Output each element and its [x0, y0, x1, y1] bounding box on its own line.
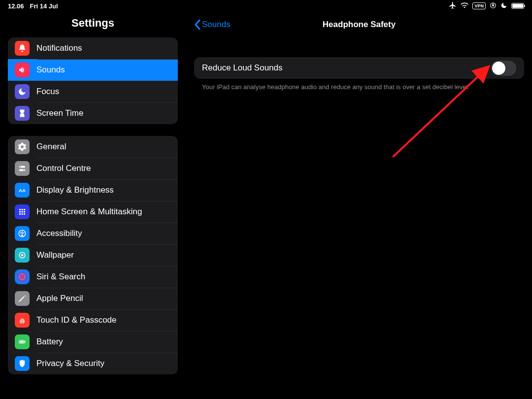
control-icon [15, 161, 30, 176]
sidebar-item-label: Touch ID & Passcode [36, 315, 117, 325]
svg-point-17 [22, 231, 23, 232]
chevron-left-icon [194, 19, 201, 30]
sidebar-group-2: General Control Centre AA Display & Brig… [8, 136, 178, 374]
svg-rect-2 [19, 166, 25, 168]
sidebar-item-touchid[interactable]: Touch ID & Passcode [8, 309, 178, 331]
sidebar-item-siri[interactable]: Siri & Search [8, 266, 178, 288]
svg-rect-13 [19, 213, 21, 215]
sidebar-item-homescreen[interactable]: Home Screen & Multitasking [8, 201, 178, 223]
sidebar-item-label: Sounds [36, 65, 65, 75]
group-footer-text: Your iPad can analyse headphone audio an… [194, 79, 524, 92]
reduce-loud-sounds-toggle[interactable] [491, 61, 516, 76]
sidebar-item-label: Display & Brightness [36, 185, 114, 195]
app-root: 12.06 Fri 14 Jul VPN Settings [0, 0, 532, 399]
sidebar-item-battery[interactable]: Battery [8, 331, 178, 353]
sidebar-item-screentime[interactable]: Screen Time [8, 102, 178, 124]
sidebar-item-label: Battery [36, 337, 63, 347]
sidebar-item-label: Accessibility [36, 229, 82, 238]
svg-point-22 [19, 255, 20, 256]
sounds-icon [15, 63, 30, 77]
sidebar-item-notifications[interactable]: Notifications [8, 37, 178, 59]
notifications-icon [15, 41, 30, 56]
svg-point-24 [20, 253, 21, 254]
svg-text:AA: AA [19, 188, 26, 193]
sidebar-item-label: Control Centre [36, 164, 91, 173]
back-label: Sounds [202, 20, 231, 30]
detail-body: Reduce Loud Sounds Your iPad can analyse… [186, 37, 532, 92]
sidebar-title: Settings [0, 12, 186, 37]
cell-reduce-loud-sounds: Reduce Loud Sounds [194, 57, 524, 79]
status-left: 12.06 Fri 14 Jul [8, 2, 58, 10]
status-date: Fri 14 Jul [30, 2, 58, 10]
sidebar-item-pencil[interactable]: Apple Pencil [8, 288, 178, 309]
status-right: VPN [449, 1, 524, 11]
back-button[interactable]: Sounds [194, 19, 231, 30]
touchid-icon [15, 313, 30, 328]
screentime-icon [15, 106, 30, 121]
battery-icon [511, 3, 524, 9]
homescreen-icon [15, 204, 30, 219]
status-bar: 12.06 Fri 14 Jul VPN [0, 0, 532, 12]
svg-point-23 [24, 255, 25, 256]
sidebar-item-label: Home Screen & Multitasking [36, 207, 142, 217]
svg-rect-11 [22, 211, 23, 213]
sidebar-item-display[interactable]: AA Display & Brightness [8, 179, 178, 201]
svg-rect-14 [22, 213, 23, 215]
sidebar-item-label: Apple Pencil [36, 294, 83, 303]
svg-point-28 [19, 274, 25, 280]
status-time: 12.06 [8, 2, 24, 10]
sidebar-item-label: Focus [36, 87, 59, 97]
siri-icon [15, 269, 30, 284]
sidebar-item-focus[interactable]: Focus [8, 81, 178, 102]
wallpaper-icon [15, 248, 30, 263]
svg-rect-15 [24, 213, 25, 215]
sidebar-item-general[interactable]: General [8, 136, 178, 158]
sidebar-group-1: Notifications Sounds Focus [8, 37, 178, 124]
svg-point-4 [20, 166, 21, 167]
gear-icon [15, 139, 30, 154]
svg-rect-10 [19, 211, 21, 213]
sidebar-item-label: Screen Time [36, 108, 83, 118]
vpn-indicator: VPN [472, 2, 486, 9]
sidebar-item-label: General [36, 142, 66, 152]
split-view: Settings Notifications Sounds [0, 12, 532, 399]
svg-point-20 [22, 252, 23, 253]
sidebar-item-accessibility[interactable]: Accessibility [8, 223, 178, 244]
detail-title: Headphone Safety [186, 20, 532, 30]
settings-group: Reduce Loud Sounds [194, 57, 524, 79]
sidebar-item-wallpaper[interactable]: Wallpaper [8, 244, 178, 266]
svg-point-25 [24, 253, 25, 254]
detail-pane: Sounds Headphone Safety Reduce Loud Soun… [186, 12, 532, 399]
orientation-lock-icon [490, 2, 497, 10]
toggle-knob [492, 62, 505, 75]
svg-rect-8 [22, 209, 23, 210]
svg-rect-1 [492, 4, 494, 6]
sidebar: Settings Notifications Sounds [0, 12, 186, 399]
accessibility-icon [15, 226, 30, 241]
sidebar-item-label: Notifications [36, 43, 82, 53]
svg-rect-30 [20, 341, 24, 343]
svg-rect-3 [19, 169, 25, 171]
svg-rect-12 [24, 211, 25, 213]
svg-rect-9 [24, 209, 25, 210]
sidebar-item-label: Siri & Search [36, 272, 85, 282]
airplane-icon [449, 1, 457, 11]
detail-header: Sounds Headphone Safety [186, 12, 532, 37]
display-icon: AA [15, 183, 30, 198]
sidebar-item-label: Wallpaper [36, 250, 74, 260]
svg-point-19 [21, 254, 24, 257]
battery-icon [15, 334, 30, 349]
pencil-icon [15, 291, 30, 306]
focus-icon [15, 84, 30, 99]
sidebar-item-controlcentre[interactable]: Control Centre [8, 158, 178, 179]
sidebar-item-privacy[interactable]: Privacy & Security [8, 353, 178, 374]
svg-point-26 [20, 257, 21, 258]
moon-icon [500, 2, 507, 10]
wifi-icon [461, 1, 468, 11]
sidebar-item-sounds[interactable]: Sounds [8, 59, 178, 81]
svg-point-5 [23, 169, 24, 170]
sidebar-item-label: Privacy & Security [36, 359, 104, 368]
privacy-icon [15, 356, 30, 371]
cell-label: Reduce Loud Sounds [202, 63, 283, 73]
svg-rect-7 [19, 209, 21, 210]
